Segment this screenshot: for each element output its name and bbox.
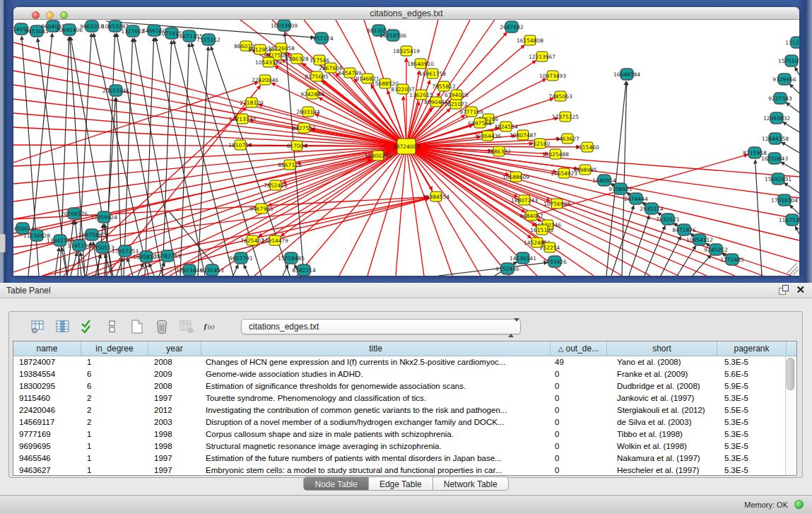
graph-node[interactable]: 10654112 <box>686 234 713 245</box>
graph-node[interactable]: 15751074 <box>778 55 799 66</box>
show-column-icon[interactable] <box>55 319 71 334</box>
graph-node[interactable]: 2803144 <box>296 107 320 117</box>
table-row[interactable]: 1830029562008Estimation of significance … <box>13 380 796 392</box>
graph-node[interactable]: 7852416 <box>264 180 288 190</box>
graph-node[interactable]: 16914479 <box>261 235 288 245</box>
table-cell: 5.3E-5 <box>717 392 787 404</box>
graph-node[interactable]: 2935114 <box>640 203 664 214</box>
row-height-icon[interactable] <box>105 319 120 334</box>
tab-edge-table[interactable]: Edge Table <box>369 477 433 491</box>
table-cell: 1998 <box>148 440 201 452</box>
table-row[interactable]: 946554611997Estimation of the future num… <box>13 452 796 465</box>
graph-node-label: 3824554 <box>494 124 518 130</box>
graph-node-label: 2974444 <box>624 196 648 202</box>
table-cell: Estimation of the future numbers of pati… <box>201 452 551 465</box>
graph-node[interactable]: 1733426 <box>543 256 567 267</box>
table-settings-icon[interactable] <box>30 319 46 334</box>
table-row[interactable]: 946362711997Embryonic stem cells: a mode… <box>13 465 796 476</box>
tab-network-table[interactable]: Network Table <box>433 477 509 491</box>
column-header-pagerank[interactable]: pagerank <box>717 341 787 356</box>
graph-node[interactable]: 8667110 <box>278 160 302 170</box>
graph-node[interactable]: 9684067 <box>519 211 543 221</box>
table-cell: Tourette syndrome. Phenomenology and cla… <box>201 392 551 404</box>
graph-node[interactable]: 9231453 <box>200 264 224 276</box>
graph-node[interactable]: 14136141 <box>510 252 536 264</box>
graph-node[interactable]: 16154808 <box>517 35 543 45</box>
table-source-dropdown[interactable]: citations_edges.txt <box>241 319 521 334</box>
table-cell: Dudbridge et al. (2008) <box>607 380 717 392</box>
graph-node[interactable]: 12213967 <box>529 52 555 62</box>
graph-node[interactable]: 17375125 <box>552 112 579 122</box>
graph-node[interactable]: 12444158 <box>762 133 789 144</box>
graph-node[interactable]: 17016504 <box>771 194 798 206</box>
network-window-titlebar[interactable]: citations_edges.txt <box>13 7 799 20</box>
graph-node[interactable]: 9463627 <box>555 134 579 144</box>
tab-node-table[interactable]: Node Table <box>303 477 369 491</box>
graph-node[interactable]: 7632621 <box>656 214 680 225</box>
close-panel-icon[interactable]: ✕ <box>796 285 805 295</box>
graph-node[interactable]: 9467985 <box>249 204 273 214</box>
graph-node[interactable]: 15692931 <box>765 173 792 185</box>
column-header-name[interactable]: name <box>13 341 81 356</box>
graph-node[interactable]: 16033809 <box>271 20 298 31</box>
control-panel-grip[interactable] <box>0 233 6 253</box>
graph-node[interactable]: 10807487 <box>510 130 536 140</box>
table-row[interactable]: 2242004622012Investigating the contribut… <box>13 404 796 416</box>
graph-node[interactable]: 7886332 <box>487 146 511 156</box>
graph-node-label: 9898985 <box>573 167 597 173</box>
graph-node[interactable]: 6497568 <box>468 118 492 128</box>
graph-node[interactable]: 20053346 <box>102 85 129 96</box>
graph-node[interactable]: 1772485 <box>720 254 744 265</box>
graph-node[interactable]: 9115460 <box>575 142 599 152</box>
graph-node[interactable]: 8186328 <box>285 54 309 64</box>
graph-node-label: 10688609 <box>502 174 529 180</box>
graph-node[interactable]: 7857224 <box>310 33 334 44</box>
graph-node[interactable]: 18325419 <box>393 46 420 56</box>
network-graph-canvas[interactable]: 1872400721405579453041860409120691406986… <box>13 20 799 276</box>
select-all-checks-icon[interactable] <box>80 319 95 334</box>
graph-node-label: 16154808 <box>517 37 543 44</box>
graph-node[interactable]: 3824554 <box>494 122 518 132</box>
column-header-short[interactable]: short <box>607 341 717 356</box>
float-panel-icon[interactable] <box>779 285 789 295</box>
graph-node[interactable]: 16961758 <box>419 69 446 78</box>
column-header-in_degree[interactable]: in_degree <box>81 341 148 356</box>
table-row[interactable]: 969969511998Structural magnetic resonanc… <box>13 440 796 452</box>
table-row[interactable]: 1872400712008Changes of HCN gene express… <box>13 356 796 368</box>
graph-node-label: 8175685 <box>305 74 329 80</box>
graph-node[interactable]: 9242844 <box>300 89 324 99</box>
table-row[interactable]: 1456911722003Disruption of a novel membe… <box>13 416 796 428</box>
graph-node[interactable]: 817004 <box>287 141 307 151</box>
graph-node[interactable]: 19384554 <box>423 192 449 201</box>
delete-rows-trash-icon[interactable] <box>154 319 170 334</box>
graph-node[interactable]: 15718485 <box>278 252 305 264</box>
graph-node[interactable]: 1810754 <box>228 140 252 150</box>
column-header-title[interactable]: title <box>201 341 551 356</box>
graph-node-label: 10807487 <box>510 132 536 139</box>
table-cell: 0 <box>551 368 607 380</box>
table-row[interactable]: 911546021997Tourette syndrome. Phenomeno… <box>13 392 796 404</box>
create-table-icon[interactable] <box>129 319 145 334</box>
column-header-out_de[interactable]: △out_de... <box>551 341 607 356</box>
graph-node[interactable]: 18640910 <box>407 59 434 69</box>
graph-node[interactable]: 7485063 <box>548 91 572 101</box>
graph-node[interactable]: 9329966 <box>772 74 796 85</box>
table-vertical-scrollbar[interactable] <box>785 356 796 475</box>
graph-node[interactable]: 2974444 <box>624 193 648 204</box>
graph-node[interactable]: 2687682 <box>500 21 524 33</box>
graph-node[interactable]: 1621072 <box>444 99 468 109</box>
table-row[interactable]: 977716911998Corpus callosum shape and si… <box>13 428 796 440</box>
graph-node[interactable]: 16648784 <box>613 69 640 80</box>
column-header-year[interactable]: year <box>148 341 201 356</box>
scrollbar-thumb[interactable] <box>787 358 794 390</box>
graph-node-label: 22420046 <box>252 77 278 83</box>
graph-node[interactable]: 17359924 <box>90 211 117 223</box>
graph-node[interactable]: 1112843 <box>785 37 799 48</box>
graph-node[interactable]: 10973493 <box>539 71 566 81</box>
graph-node[interactable]: 12093832 <box>763 112 790 124</box>
graph-node[interactable]: 9227343 <box>768 93 792 104</box>
graph-node[interactable]: 8175685 <box>305 71 329 81</box>
graph-node[interactable]: 9862018 <box>80 21 104 32</box>
function-builder-icon[interactable]: f(x) <box>204 319 219 334</box>
table-row[interactable]: 1938455462009Genome-wide association stu… <box>13 368 796 380</box>
